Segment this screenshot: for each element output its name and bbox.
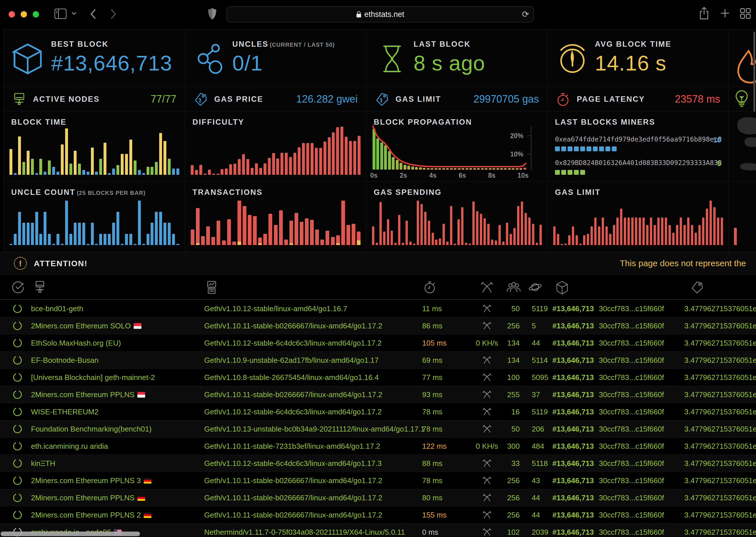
chart-bar [238,159,241,175]
chart-bar [557,234,559,245]
tab-overview-icon[interactable] [740,8,751,19]
miner-address[interactable]: 0x829BD824B016326A401d083B33D092293333A8… [555,159,722,166]
attention-marquee: This page does not represent the [620,259,756,268]
node-name[interactable]: 2Miners.com Ethereum PPLNS 2 [31,510,152,519]
vertical-scrollbar-thumb[interactable] [753,31,755,112]
back-button-icon[interactable] [90,9,96,20]
chart-bar [461,207,464,245]
address-bar[interactable]: ethstats.net ⟳ [227,6,534,22]
table-row[interactable]: WISE-ETHEREUM2Geth/v1.10.12-stable-6c4dc… [0,403,756,420]
chart-bar [176,169,179,175]
propagation-bar [404,165,406,170]
chart-bar [684,225,686,245]
page-latency-value: 23578 ms [675,93,720,105]
propagation-bar [427,168,430,170]
node-pending: 44 [532,338,540,347]
active-nodes-label: ACTIVE NODES [33,95,100,104]
node-name[interactable]: eth.icanmining.ru aridia [31,441,108,450]
chart-bar [594,218,597,245]
chart-bar [44,172,46,175]
node-name[interactable]: 2Miners.com Ethereum PPLNS 3 [31,476,152,485]
last-block-label: LAST BLOCK [414,40,470,48]
node-client-version: Geth/v1.10.8-stable-26675454/linux-amd64… [204,373,379,382]
node-name[interactable]: [Universa Blockchain] geth-mainnet-2 [31,373,155,382]
sidebar-chevron-icon[interactable] [71,12,77,16]
node-latency: 80 ms [422,493,443,502]
chart-bar [211,237,215,245]
no-mining-icon [483,304,491,313]
chart-bar [268,214,272,245]
miner-address[interactable]: 0xea674fdde714fd979de3edf0f56aa9716b898e… [555,136,722,143]
privacy-shield-icon[interactable] [208,8,217,20]
uncles-icon [195,42,227,75]
chart-bar [159,133,162,175]
node-total-difficulty: 3.477962715376051e+2 [684,390,756,399]
new-tab-icon[interactable] [720,8,730,18]
table-row[interactable]: eth.icanmining.ru aridiaGeth/v1.10.11-st… [0,437,756,454]
chart-bar [82,170,85,175]
chart-bar [646,225,648,245]
chart-bar [353,141,356,175]
chart-bar [22,162,25,175]
reload-icon[interactable]: ⟳ [522,9,529,19]
table-row[interactable]: 2Miners.com Ethereum PPLNSGeth/v1.10.11-… [0,489,756,506]
horizontal-scrollbar-thumb[interactable] [1,532,140,536]
propagation-bar [396,160,399,170]
table-row[interactable]: kinΞTHGeth/v1.10.12-stable-6c4dc6c3/linu… [0,454,756,472]
node-monitor-icon [12,93,26,106]
y-tick-10: 10% [510,150,523,158]
table-row[interactable]: EthSolo.MaxHash.org (EU)Geth/v1.10.12-st… [0,334,756,351]
table-row[interactable]: 2Miners.com Ethereum PPLNS 3Geth/v1.10.1… [0,472,756,489]
node-mining [474,407,500,416]
node-client-version: Geth/v1.10.11-stable-b0266667/linux-amd6… [204,493,382,502]
node-name[interactable]: 2Miners.com Ethereum PPLNS [31,493,145,502]
node-last-block: #13,646,713 [553,510,594,519]
node-name[interactable]: Foundation Benchmarking(bench01) [31,424,152,433]
table-row[interactable]: EF-Bootnode-BusanGeth/v1.10.9-unstable-6… [0,351,756,368]
node-name[interactable]: 2Miners.com Ethereum PPLNS [31,390,145,399]
node-name[interactable]: kinΞTH [31,459,55,468]
window-minimize-button[interactable] [21,11,27,18]
chart-bar [383,231,385,245]
node-status-icon [13,425,22,433]
node-block-hash: 30ccf783...c15f660f [599,321,664,330]
table-row[interactable]: bce-bnd01-gethGeth/v1.10.12-stable/linux… [0,300,756,317]
chart-bar [702,218,704,245]
chart-bar [121,244,124,245]
table-row[interactable]: 2Miners.com Ethereum PPLNS 2Geth/v1.10.1… [0,506,756,523]
block-propagation-title: BLOCK PROPAGATION [374,118,472,127]
chart-bar [540,225,542,245]
node-name[interactable]: EF-Bootnode-Busan [31,355,99,364]
no-mining-icon [483,407,491,416]
sidebar-toggle-icon[interactable] [55,9,67,19]
chart-bar [510,234,512,245]
node-name[interactable]: EthSolo.MaxHash.org (EU) [31,338,121,347]
table-row[interactable]: 2Miners.com Ethereum PPLNSGeth/v1.10.11-… [0,386,756,403]
propagation-bar [466,168,468,170]
window-close-button[interactable] [9,11,15,18]
propagation-bar [477,168,480,170]
forward-button-icon[interactable] [110,9,116,20]
chart-bar [609,234,611,245]
node-mining [474,476,500,485]
gas-price-label: GAS PRICE [214,95,263,104]
miner-block-count: 10 [713,136,721,145]
chart-bar [99,159,102,175]
table-row[interactable]: [Universa Blockchain] geth-mainnet-2Geth… [0,368,756,386]
node-name[interactable]: 2Miners.com Ethereum SOLO [31,321,141,330]
chart-bar [616,218,619,245]
table-row[interactable]: Foundation Benchmarking(bench01)Geth/v1.… [0,420,756,437]
chart-bar [243,206,246,245]
window-zoom-button[interactable] [33,11,39,18]
chart-bar [294,213,298,245]
node-name[interactable]: WISE-ETHEREUM2 [31,407,98,416]
share-icon[interactable] [699,7,709,20]
node-block-hash: 30ccf783...c15f660f [599,355,664,364]
chart-bar [176,244,179,245]
chart-bar [48,160,51,175]
gas-spending-chart [372,201,542,245]
table-row[interactable]: 2Miners.com Ethereum SOLOGeth/v1.10.11-s… [0,317,756,334]
chart-bar [74,151,76,175]
chart-bar [104,143,107,175]
node-name[interactable]: bce-bnd01-geth [31,304,83,313]
